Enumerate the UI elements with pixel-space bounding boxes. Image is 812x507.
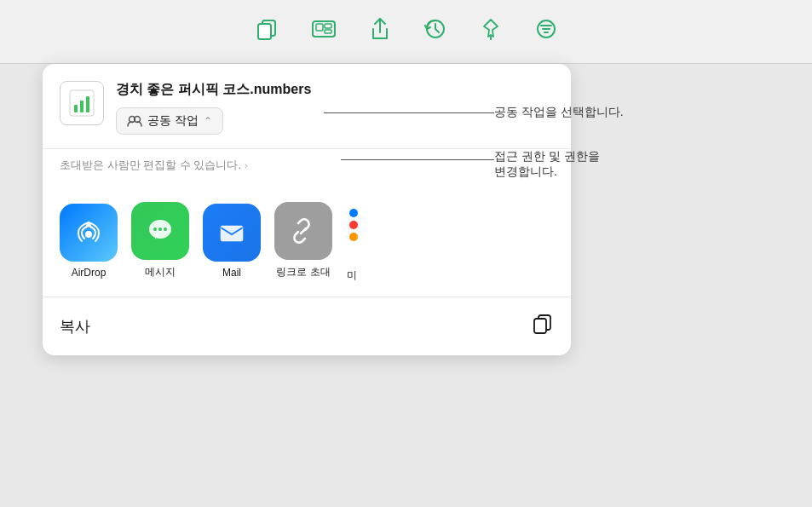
svg-rect-1	[258, 24, 271, 39]
file-icon	[60, 81, 104, 125]
copy-label: 복사	[60, 316, 90, 337]
file-details: 경치 좋은 퍼시픽 코스.numbers 공동 작업 ⌃	[116, 81, 554, 135]
file-info-section: 경치 좋은 퍼시픽 코스.numbers 공동 작업 ⌃	[43, 64, 571, 149]
mail-app-item[interactable]: Mail	[203, 204, 261, 279]
mail-label: Mail	[222, 267, 241, 279]
filter-toolbar-icon[interactable]	[535, 18, 557, 45]
share-panel: 경치 좋은 퍼시픽 코스.numbers 공동 작업 ⌃ 초대받은 사람만 편집…	[43, 64, 571, 355]
airdrop-app-item[interactable]: AirDrop	[60, 204, 118, 279]
svg-point-21	[153, 228, 157, 231]
svg-rect-14	[80, 101, 84, 112]
dot-orange	[349, 233, 358, 241]
link-app-item[interactable]: 링크로 초대	[274, 202, 332, 279]
airdrop-label: AirDrop	[72, 267, 107, 279]
link-label: 링크로 초대	[276, 265, 330, 279]
mail-icon	[203, 204, 261, 262]
share-toolbar-icon[interactable]	[370, 17, 390, 46]
svg-rect-5	[325, 30, 331, 33]
collab-label: 공동 작업	[147, 113, 199, 129]
permission-row[interactable]: 초대받은 사람만 편집할 수 있습니다. ›	[43, 149, 571, 185]
dot-red	[349, 221, 358, 229]
history-toolbar-icon[interactable]	[424, 18, 446, 45]
copy-icon	[532, 313, 554, 340]
copy-toolbar-icon[interactable]	[256, 18, 278, 45]
media-toolbar-icon[interactable]	[312, 18, 336, 45]
permission-label: 초대받은 사람만 편집할 수 있습니다.	[60, 158, 241, 173]
dot-blue	[349, 209, 358, 217]
svg-point-22	[158, 228, 162, 231]
more-label: 미	[347, 268, 357, 283]
link-icon	[274, 202, 332, 260]
svg-rect-3	[316, 24, 323, 31]
airdrop-icon	[60, 204, 118, 262]
more-dots	[349, 209, 358, 241]
collab-button[interactable]: 공동 작업 ⌃	[116, 107, 223, 135]
more-app-item[interactable]: 미	[346, 199, 358, 283]
copy-row[interactable]: 복사	[43, 297, 571, 355]
toolbar	[0, 0, 812, 64]
apps-row: AirDrop 메시지	[43, 185, 571, 297]
messages-app-item[interactable]: 메시지	[131, 202, 189, 279]
messages-label: 메시지	[145, 265, 176, 279]
svg-rect-27	[534, 319, 546, 333]
permission-arrow: ›	[245, 160, 248, 170]
svg-rect-13	[74, 105, 78, 112]
svg-point-23	[164, 228, 167, 231]
messages-icon	[131, 202, 189, 260]
chevron-icon: ⌃	[204, 115, 212, 127]
svg-point-18	[85, 231, 92, 238]
file-name: 경치 좋은 퍼시픽 코스.numbers	[116, 81, 554, 99]
pin-toolbar-icon[interactable]	[481, 18, 501, 45]
svg-rect-4	[325, 24, 331, 28]
svg-rect-15	[86, 96, 89, 112]
